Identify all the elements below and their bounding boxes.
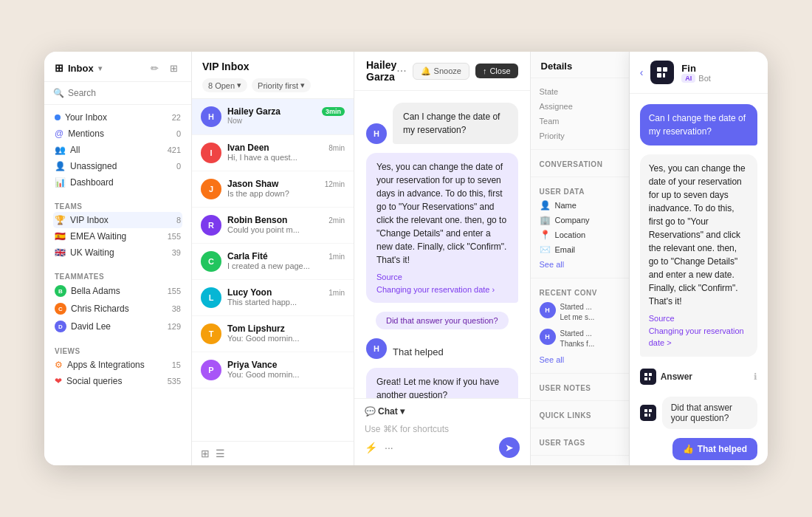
quick-links-section: QUICK LINKS <box>531 401 629 428</box>
details-header: Details <box>531 52 629 78</box>
sidebar-item-your-inbox[interactable]: Your Inbox 22 <box>53 109 182 126</box>
conv-list-title: VIP Inbox <box>202 61 343 72</box>
dashboard-icon: 📊 <box>55 177 66 188</box>
user-notes-section: USER NOTES <box>531 374 629 401</box>
sidebar-item-unassigned[interactable]: 👤 Unassigned 0 <box>53 158 182 174</box>
carla-avatar: C <box>201 251 221 272</box>
views-section: VIEWS ⚙ Apps & Integrations 15 ❤ Social … <box>44 337 191 391</box>
open-filter[interactable]: 8 Open ▾ <box>202 78 247 92</box>
sidebar-item-apps-integrations[interactable]: ⚙ Apps & Integrations 15 <box>53 357 182 373</box>
sidebar-nav: Your Inbox 22 @ Mentions 0 👥 All 421 <box>44 105 191 192</box>
conv-item-robin[interactable]: R Robin Benson 2min Could you point m... <box>192 208 354 244</box>
chat-mode-selector[interactable]: 💬 Chat ▾ <box>365 406 405 417</box>
svg-rect-10 <box>644 414 647 417</box>
conversation-list: VIP Inbox 8 Open ▾ Priority first ▾ H Ha… <box>192 52 354 465</box>
chevron-down-icon: ▾ <box>400 406 405 417</box>
svg-rect-1 <box>663 67 667 72</box>
msg-row-agent-2: Great! Let me know if you have another q… <box>366 368 518 398</box>
close-conversation-button[interactable]: ↑ Close <box>475 64 518 78</box>
svg-rect-8 <box>644 409 647 412</box>
emoji-icon[interactable]: ··· <box>385 442 393 453</box>
see-all-user-data[interactable]: See all <box>540 257 620 272</box>
user-location-field: 📍 Location <box>540 227 620 242</box>
robin-avatar: R <box>201 215 221 236</box>
recent-conv-1: H Started ...Let me s... <box>540 299 620 326</box>
svg-rect-6 <box>644 377 647 380</box>
conv-item-ivan[interactable]: I Ivan Deen 8min Hi, I have a quest... <box>192 135 354 171</box>
search-input[interactable] <box>68 88 182 98</box>
layout-icon[interactable]: ⊞ <box>166 61 181 75</box>
priority-filter[interactable]: Priority first ▾ <box>252 78 311 92</box>
chat-input-placeholder: Use ⌘K for shortcuts <box>365 421 520 437</box>
conv-item-lucy[interactable]: L Lucy Yoon 1min This started happ... <box>192 280 354 316</box>
conv-item-hailey[interactable]: H Hailey Garza 3min Now <box>192 99 354 135</box>
user-bubble-1: Can I change the date of my reservation? <box>393 103 518 144</box>
back-button[interactable]: ‹ <box>640 66 644 78</box>
details-fields-section: State Assignee Team Priority <box>531 78 629 150</box>
conv-item-jason[interactable]: J Jason Shaw 12min Is the app down? <box>192 171 354 208</box>
tom-avatar: T <box>201 323 221 344</box>
chevron-down-icon: ▾ <box>300 81 305 90</box>
fin-answer-row: Answer ℹ <box>640 366 757 388</box>
sidebar-item-bella-adams[interactable]: B Bella Adams 155 <box>53 282 182 300</box>
sidebar-item-social-queries[interactable]: ❤ Social queries 535 <box>53 373 182 389</box>
hailey-avatar: H <box>201 106 221 127</box>
fin-logo <box>650 61 674 84</box>
user-plain-2: That helped <box>393 345 444 360</box>
that-helped-button[interactable]: 👍 That helped <box>672 438 757 460</box>
lightning-icon[interactable]: ⚡ <box>365 442 377 453</box>
agent-bubble-2: Great! Let me know if you have another q… <box>366 368 518 398</box>
details-panel: Details State Assignee Team Priority CON… <box>531 52 630 465</box>
conv-item-tom[interactable]: T Tom Lipshurz You: Good mornin... <box>192 316 354 352</box>
fin-msg-ai-1: Yes, you can change the date of your res… <box>640 154 757 357</box>
fin-title-area: Fin AI Bot <box>681 63 757 83</box>
list-view-icon[interactable]: ☰ <box>216 448 225 459</box>
more-options-button[interactable]: ··· <box>396 64 406 78</box>
sidebar-item-uk-waiting[interactable]: 🇬🇧 UK Waiting 39 <box>53 244 182 261</box>
grid-view-icon[interactable]: ⊞ <box>201 448 210 459</box>
compose-icon[interactable]: ✏ <box>147 61 162 75</box>
sidebar-item-emea-waiting[interactable]: 🇪🇸 EMEA Waiting 155 <box>53 228 182 244</box>
sidebar-item-dashboard[interactable]: 📊 Dashboard <box>53 174 182 191</box>
social-icon: ❤ <box>55 376 62 386</box>
thumbs-up-icon: 👍 <box>683 444 694 454</box>
chevron-down-icon: ▾ <box>237 81 241 90</box>
sidebar-item-chris-richards[interactable]: C Chris Richards 38 <box>53 300 182 318</box>
fin-messages: Can I change the date of my reservation?… <box>630 94 768 465</box>
fin-msg-user-1: Can I change the date of my reservation? <box>640 104 757 145</box>
recent-conv-avatar-2: H <box>540 329 556 345</box>
conv-list-header: VIP Inbox 8 Open ▾ Priority first ▾ <box>192 52 354 99</box>
chris-avatar: C <box>55 303 66 315</box>
sidebar-item-david-lee[interactable]: D David Lee 129 <box>53 318 182 335</box>
fin-system-bubble: Did that answer your question? <box>662 397 757 429</box>
sidebar-item-all[interactable]: 👥 All 421 <box>53 142 182 158</box>
svg-rect-3 <box>663 73 665 78</box>
chat-footer: 💬 Chat ▾ Use ⌘K for shortcuts ⚡ ··· ➤ <box>354 398 530 465</box>
priya-avatar: P <box>201 360 221 380</box>
snooze-button[interactable]: 🔔 Snooze <box>413 63 469 80</box>
sidebar-item-mentions[interactable]: @ Mentions 0 <box>53 126 182 142</box>
chat-footer-bottom: ⚡ ··· ➤ <box>365 437 520 458</box>
that-helped-row: 👍 That helped <box>640 438 757 460</box>
fin-panel: ‹ Fin AI Bot Can I change the da <box>630 52 768 465</box>
sidebar-item-vip-inbox[interactable]: 🏆 VIP Inbox 8 <box>53 212 182 228</box>
chat-header-actions: ··· 🔔 Snooze ↑ Close <box>396 63 517 80</box>
conv-item-priya[interactable]: P Priya Vance You: Good mornin... <box>192 352 354 388</box>
apps-icon: ⚙ <box>55 360 63 370</box>
svg-rect-7 <box>649 377 650 380</box>
user-company-field: 🏢 Company <box>540 213 620 227</box>
email-icon: ✉️ <box>540 244 551 255</box>
location-icon: 📍 <box>540 230 551 240</box>
sidebar-header: ⊞ Inbox ▾ ✏ ⊞ <box>44 52 191 82</box>
fin-source-1: Source Changing your reservation date > <box>649 312 749 349</box>
chat-header: Hailey Garza ··· 🔔 Snooze ↑ Close <box>354 52 530 91</box>
teammates-section: TEAMMATES B Bella Adams 155 C Chris Rich… <box>44 262 191 337</box>
inbox-title[interactable]: ⊞ Inbox ▾ <box>55 62 102 74</box>
see-all-recent[interactable]: See all <box>540 352 620 367</box>
user-avatar: H <box>366 123 387 144</box>
conv-item-carla[interactable]: C Carla Fité 1min I created a new page..… <box>192 244 354 280</box>
send-button[interactable]: ➤ <box>499 437 520 458</box>
info-icon: ℹ <box>754 372 757 382</box>
sidebar: ⊞ Inbox ▾ ✏ ⊞ 🔍 Your Inbox 22 <box>44 52 192 465</box>
details-conversation-section: CONVERSATION <box>531 150 629 177</box>
